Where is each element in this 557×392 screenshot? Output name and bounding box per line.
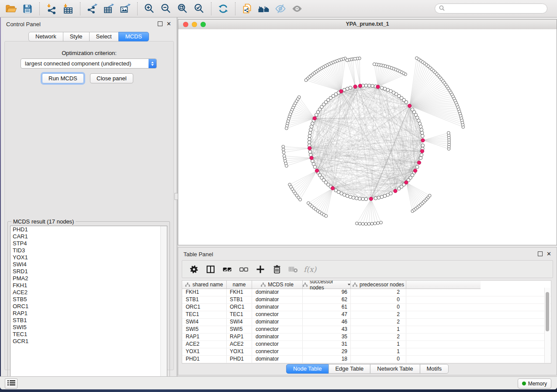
save-session-button[interactable] (19, 2, 36, 16)
table-row[interactable]: PHD1PHD1dominator180 (182, 356, 551, 363)
table-cell[interactable]: TEC1 (227, 311, 252, 318)
table-cell[interactable]: dominator (252, 334, 303, 340)
run-mcds-button[interactable]: Run MCDS (42, 73, 84, 83)
table-cell[interactable]: RAP1 (182, 334, 227, 340)
mcds-hub-node[interactable] (376, 85, 380, 89)
table-scrollbar[interactable] (544, 288, 550, 363)
mcds-result-item[interactable]: STB1 (10, 317, 167, 324)
network-node[interactable] (310, 125, 313, 128)
network-node[interactable] (299, 198, 302, 201)
table-cell[interactable]: ORC1 (182, 304, 227, 311)
network-node[interactable] (380, 195, 384, 199)
table-cell[interactable]: connector (252, 311, 303, 318)
mcds-result-item[interactable]: YOX1 (10, 254, 167, 261)
result-list-scrollbar[interactable] (160, 226, 167, 381)
network-node[interactable] (308, 150, 312, 154)
task-history-button[interactable] (5, 378, 17, 389)
split-panel-button[interactable] (203, 262, 218, 276)
table-cell[interactable]: 43 (303, 326, 351, 333)
export-image-button[interactable] (117, 2, 134, 16)
network-node[interactable] (311, 122, 314, 125)
mcds-hub-node[interactable] (417, 161, 421, 164)
mcds-hub-node[interactable] (313, 117, 316, 120)
mcds-result-item[interactable]: TID3 (10, 247, 167, 254)
table-cell[interactable]: 31 (303, 341, 351, 348)
zoom-selected-button[interactable] (191, 2, 208, 16)
criterion-select[interactable]: largest connected component (undirected) (21, 58, 157, 69)
mcds-result-item[interactable]: PMA2 (10, 275, 167, 282)
network-window-titlebar[interactable]: YPA_prune.txt_1 (178, 20, 557, 30)
delete-column-button[interactable] (270, 262, 284, 276)
mcds-result-item[interactable]: STB5 (10, 296, 167, 303)
tab-node-table[interactable]: Node Table (286, 364, 329, 374)
table-cell[interactable]: dominator (252, 289, 303, 296)
network-node[interactable] (364, 223, 367, 226)
network-node[interactable] (380, 86, 384, 89)
network-graph[interactable] (178, 29, 557, 245)
table-cell[interactable]: STB1 (182, 296, 227, 303)
table-cell[interactable]: dominator (252, 356, 303, 363)
zoom-in-button[interactable] (141, 2, 158, 16)
column-header-name[interactable]: name (227, 281, 252, 289)
mcds-result-item[interactable]: STP4 (10, 240, 167, 247)
table-cell[interactable]: SWI4 (227, 319, 252, 326)
table-cell[interactable]: 47 (303, 311, 351, 318)
table-cell[interactable]: connector (252, 326, 303, 333)
mcds-hub-node[interactable] (408, 104, 411, 107)
import-network-button[interactable] (43, 2, 60, 16)
network-node[interactable] (421, 144, 425, 147)
network-node[interactable] (377, 196, 381, 199)
network-node[interactable] (389, 192, 393, 195)
table-cell[interactable]: RAP1 (227, 334, 252, 340)
network-node[interactable] (447, 131, 450, 134)
zoom-out-button[interactable] (158, 2, 174, 16)
table-cell[interactable]: 2 (351, 289, 406, 296)
network-node[interactable] (415, 57, 418, 60)
mcds-hub-node[interactable] (394, 189, 397, 193)
table-cell[interactable]: dominator (252, 296, 303, 303)
network-canvas[interactable] (178, 29, 557, 245)
network-node[interactable] (285, 127, 288, 130)
network-node[interactable] (315, 113, 318, 117)
mcds-result-item[interactable]: FKH1 (10, 282, 167, 289)
tab-network[interactable]: Network (28, 32, 63, 41)
table-cell[interactable]: STB1 (227, 296, 252, 303)
table-cell[interactable]: 61 (303, 304, 351, 311)
table-row[interactable]: STB1STB1dominator620 (182, 296, 551, 304)
network-node[interactable] (420, 128, 423, 131)
network-node[interactable] (343, 88, 346, 92)
network-node[interactable] (325, 214, 328, 217)
network-node[interactable] (285, 165, 288, 168)
network-node[interactable] (380, 221, 383, 224)
network-node[interactable] (308, 134, 311, 138)
network-node[interactable] (361, 197, 365, 201)
table-cell[interactable]: connector (252, 341, 303, 348)
table-row[interactable]: FKH1FKH1dominator962 (182, 289, 551, 296)
table-cell[interactable]: FKH1 (227, 289, 252, 296)
network-node[interactable] (361, 222, 364, 225)
table-row[interactable]: YOX1YOX1connector291 (182, 348, 551, 356)
table-cell[interactable]: YOX1 (227, 348, 252, 355)
table-cell[interactable]: 0 (351, 296, 406, 303)
network-node[interactable] (346, 59, 349, 62)
tab-mcds[interactable]: MCDS (118, 32, 149, 41)
table-row[interactable]: ACE2ACE2connector311 (182, 341, 551, 348)
network-node[interactable] (346, 194, 349, 198)
table-cell[interactable]: TEC1 (182, 311, 227, 318)
table-cell[interactable]: SWI5 (227, 326, 252, 333)
network-node[interactable] (355, 222, 358, 225)
add-column-button[interactable] (253, 262, 268, 276)
close-panel-button[interactable]: Close panel (90, 73, 133, 83)
table-row[interactable]: ORC1ORC1dominator610 (182, 304, 551, 311)
network-node[interactable] (282, 145, 285, 148)
table-cell[interactable]: 1 (351, 348, 406, 355)
network-node[interactable] (419, 156, 422, 160)
network-node[interactable] (367, 222, 370, 225)
mcds-hub-node[interactable] (413, 169, 417, 172)
network-node[interactable] (353, 57, 356, 60)
column-header-predecessor-nodes[interactable]: predecessor nodes (351, 281, 406, 289)
table-row[interactable]: SWI5SWI5connector431 (182, 326, 551, 334)
table-cell[interactable]: 0 (351, 304, 406, 311)
network-node[interactable] (419, 125, 422, 128)
table-cell[interactable]: 62 (303, 296, 351, 303)
